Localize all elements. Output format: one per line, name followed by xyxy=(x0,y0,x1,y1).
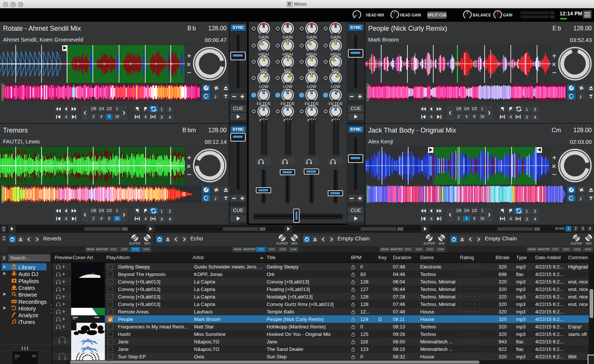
svg-text:MID: MID xyxy=(308,68,315,73)
svg-text:♪: ♪ xyxy=(214,93,217,100)
svg-text:MID: MID xyxy=(284,68,291,73)
svg-text:♪: ♪ xyxy=(214,195,217,201)
svg-text:HIGH: HIGH xyxy=(258,52,269,57)
svg-text:GAIN: GAIN xyxy=(331,35,341,39)
svg-text:c: c xyxy=(3,186,5,189)
svg-text:x: x xyxy=(11,316,12,318)
svg-text:FILTER: FILTER xyxy=(281,101,294,106)
svg-text:FILTER: FILTER xyxy=(257,101,270,106)
svg-text:LOW: LOW xyxy=(259,84,269,89)
svg-text:GAIN: GAIN xyxy=(259,35,269,39)
svg-text:LOW: LOW xyxy=(307,84,316,89)
svg-text:HIGH: HIGH xyxy=(282,52,293,57)
svg-text:GAIN: GAIN xyxy=(307,35,317,39)
svg-text:FILTER: FILTER xyxy=(304,101,318,106)
svg-text:LOW: LOW xyxy=(331,84,340,89)
svg-text:c: c xyxy=(369,186,370,189)
svg-text:MID: MID xyxy=(260,68,267,73)
svg-text:HIGH: HIGH xyxy=(330,52,341,57)
svg-text:c: c xyxy=(369,84,370,88)
svg-text:FILTER: FILTER xyxy=(328,101,342,106)
svg-text:HIGH: HIGH xyxy=(306,52,317,57)
svg-text:♪: ♪ xyxy=(579,93,582,100)
svg-text:MID: MID xyxy=(332,68,339,73)
svg-text:GAIN: GAIN xyxy=(283,35,293,39)
svg-text:c: c xyxy=(3,84,5,88)
svg-text:LOW: LOW xyxy=(283,84,293,89)
svg-text:♪: ♪ xyxy=(579,195,582,201)
